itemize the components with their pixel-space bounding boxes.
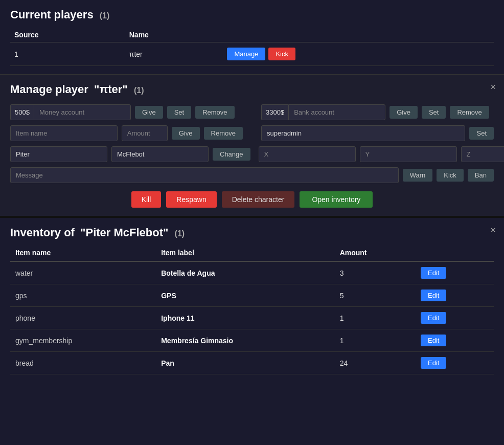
item-give-button[interactable]: Give xyxy=(172,127,200,140)
kill-button[interactable]: Kill xyxy=(131,191,162,208)
inventory-row: phone Iphone 11 1 Edit xyxy=(10,307,494,329)
delete-character-button[interactable]: Delete character xyxy=(222,191,295,208)
inventory-close-button[interactable]: × xyxy=(490,225,496,236)
manage-button[interactable]: Manage xyxy=(227,48,265,60)
table-row: 1 πter Manage Kick xyxy=(10,42,494,66)
current-players-section: Current players (1) Source Name 1 πter M… xyxy=(0,0,504,75)
bank-give-button[interactable]: Give xyxy=(390,106,418,119)
item-group-row: Give Remove Set xyxy=(10,125,494,141)
inv-col-label: Item label xyxy=(156,244,334,261)
respawn-button[interactable]: Respawn xyxy=(166,191,216,208)
player-actions-row: Kill Respawn Delete character Open inven… xyxy=(10,191,494,208)
open-inventory-button[interactable]: Open inventory xyxy=(300,191,373,208)
players-table: Source Name 1 πter Manage Kick xyxy=(10,28,494,66)
edit-button[interactable]: Edit xyxy=(421,312,446,324)
bank-amount: 3300$ xyxy=(261,104,288,120)
kick-button[interactable]: Kick xyxy=(268,48,295,60)
money-input-group: 500$ xyxy=(10,104,131,120)
ban-button[interactable]: Ban xyxy=(468,169,494,182)
group-half: Set xyxy=(261,125,494,141)
player-source: 1 xyxy=(10,42,125,66)
message-input[interactable] xyxy=(10,167,399,183)
item-half: Give Remove xyxy=(10,125,243,141)
inventory-title: Inventory of "Piter McFlebot" (1) xyxy=(10,226,494,239)
current-players-title: Current players (1) xyxy=(10,8,494,21)
inv-item-amount: 5 xyxy=(335,284,416,307)
money-give-button[interactable]: Give xyxy=(135,106,163,119)
character-teleport-row: Change Teleport xyxy=(10,146,494,162)
teleport-x-input[interactable] xyxy=(259,146,356,162)
bank-account-input[interactable] xyxy=(288,104,385,120)
message-row: Warn Kick Ban xyxy=(10,167,494,183)
inv-item-action: Edit xyxy=(416,261,494,284)
inventory-section: × Inventory of "Piter McFlebot" (1) Item… xyxy=(0,218,504,383)
money-remove-button[interactable]: Remove xyxy=(195,106,234,119)
inv-item-amount: 24 xyxy=(335,352,416,374)
col-source: Source xyxy=(10,28,125,42)
player-actions: Manage Kick xyxy=(223,42,494,66)
inventory-row: water Botella de Agua 3 Edit xyxy=(10,261,494,284)
manage-player-title: Manage player "πter" (1) xyxy=(10,83,494,96)
item-name-input[interactable] xyxy=(10,125,118,141)
character-half: Change xyxy=(10,146,250,162)
inv-item-amount: 1 xyxy=(335,329,416,352)
inv-item-label: Botella de Agua xyxy=(156,261,334,284)
money-half: 500$ Give Set Remove xyxy=(10,104,243,120)
inv-item-name: gym_membership xyxy=(10,329,156,352)
col-name: Name xyxy=(125,28,223,42)
teleport-half: Teleport xyxy=(259,146,504,162)
edit-button[interactable]: Edit xyxy=(421,267,446,279)
money-account-input[interactable] xyxy=(34,104,131,120)
inv-col-amount: Amount xyxy=(335,244,416,261)
inv-item-label: Iphone 11 xyxy=(156,307,334,329)
first-name-input[interactable] xyxy=(10,146,107,162)
manage-close-button[interactable]: × xyxy=(490,82,496,93)
group-input[interactable] xyxy=(261,125,465,141)
bank-half: 3300$ Give Set Remove xyxy=(261,104,494,120)
inv-item-name: gps xyxy=(10,284,156,307)
inv-item-action: Edit xyxy=(416,284,494,307)
character-change-button[interactable]: Change xyxy=(213,148,250,161)
money-set-button[interactable]: Set xyxy=(167,106,192,119)
inv-item-action: Edit xyxy=(416,352,494,374)
money-amount: 500$ xyxy=(10,104,34,120)
teleport-z-input[interactable] xyxy=(461,146,504,162)
inventory-row: gym_membership Membresía Gimnasio 1 Edit xyxy=(10,329,494,352)
message-kick-button[interactable]: Kick xyxy=(437,169,464,182)
inventory-row: bread Pan 24 Edit xyxy=(10,352,494,374)
col-actions xyxy=(223,28,494,42)
inv-item-name: bread xyxy=(10,352,156,374)
player-name: πter xyxy=(125,42,223,66)
inventory-table: Item name Item label Amount water Botell… xyxy=(10,244,494,374)
warn-button[interactable]: Warn xyxy=(403,169,433,182)
inv-item-label: Membresía Gimnasio xyxy=(156,329,334,352)
inv-item-name: water xyxy=(10,261,156,284)
inv-item-name: phone xyxy=(10,307,156,329)
inv-item-label: GPS xyxy=(156,284,334,307)
bank-input-group: 3300$ xyxy=(261,104,385,120)
money-bank-row: 500$ Give Set Remove 3300$ Give Set Remo… xyxy=(10,104,494,120)
item-amount-input[interactable] xyxy=(122,125,168,141)
bank-set-button[interactable]: Set xyxy=(422,106,446,119)
inv-item-amount: 3 xyxy=(335,261,416,284)
last-name-input[interactable] xyxy=(111,146,209,162)
edit-button[interactable]: Edit xyxy=(421,335,446,346)
inv-item-amount: 1 xyxy=(335,307,416,329)
inventory-row: gps GPS 5 Edit xyxy=(10,284,494,307)
bank-remove-button[interactable]: Remove xyxy=(450,106,489,119)
teleport-y-input[interactable] xyxy=(360,146,457,162)
item-remove-button[interactable]: Remove xyxy=(204,127,243,140)
manage-player-section: × Manage player "πter" (1) 500$ Give Set… xyxy=(0,75,504,218)
edit-button[interactable]: Edit xyxy=(421,290,446,301)
group-set-button[interactable]: Set xyxy=(469,127,494,140)
edit-button[interactable]: Edit xyxy=(421,357,446,369)
inv-col-action xyxy=(416,244,494,261)
inv-col-name: Item name xyxy=(10,244,156,261)
inv-item-label: Pan xyxy=(156,352,334,374)
inv-item-action: Edit xyxy=(416,307,494,329)
inv-item-action: Edit xyxy=(416,329,494,352)
